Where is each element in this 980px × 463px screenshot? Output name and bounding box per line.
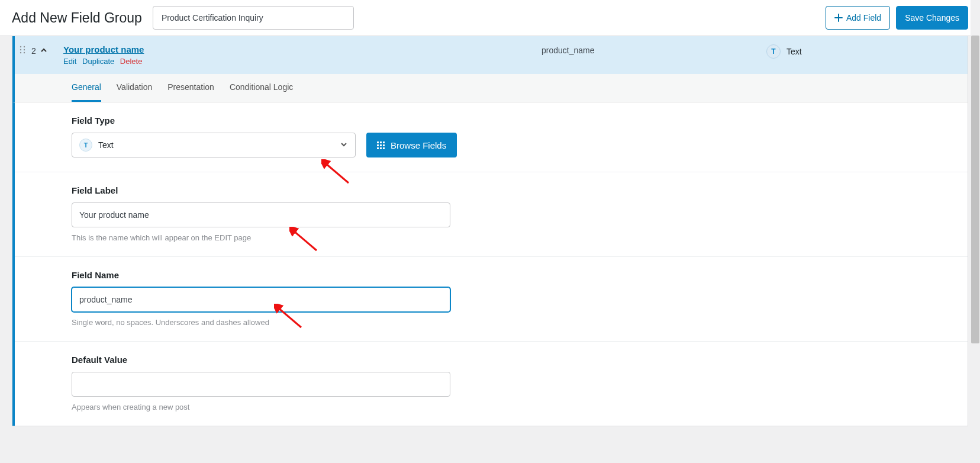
default-value-heading: Default Value [72, 355, 911, 365]
duplicate-link[interactable]: Duplicate [82, 57, 114, 66]
delete-link[interactable]: Delete [120, 57, 143, 66]
tab-conditional-logic[interactable]: Conditional Logic [230, 74, 293, 102]
field-label-link[interactable]: Your product name [63, 44, 144, 54]
svg-point-5 [24, 52, 25, 53]
add-field-button[interactable]: Add Field [826, 6, 890, 30]
plus-icon [834, 14, 843, 22]
svg-point-1 [24, 46, 25, 47]
page-title: Add New Field Group [12, 10, 142, 26]
text-type-icon: T [79, 139, 92, 152]
save-changes-button[interactable]: Save Changes [896, 6, 968, 30]
svg-point-2 [20, 49, 21, 50]
text-type-icon: T [766, 44, 781, 59]
tab-general[interactable]: General [72, 74, 101, 102]
default-value-input[interactable] [72, 372, 450, 397]
chevron-up-icon [40, 46, 48, 54]
svg-point-0 [20, 46, 21, 47]
field-settings-tabs: General Validation Presentation Conditio… [12, 74, 968, 102]
browse-fields-label: Browse Fields [391, 140, 446, 150]
add-field-label: Add Field [846, 13, 881, 22]
chevron-down-icon [340, 140, 348, 150]
field-type-display: Text [786, 47, 802, 56]
tab-validation[interactable]: Validation [117, 74, 152, 102]
field-group-title-input[interactable] [153, 6, 354, 30]
collapse-toggle[interactable] [40, 46, 48, 56]
svg-point-4 [20, 52, 21, 53]
field-order-number: 2 [31, 46, 36, 56]
save-changes-label: Save Changes [905, 13, 959, 22]
browse-fields-button[interactable]: Browse Fields [366, 133, 457, 157]
vertical-scrollbar[interactable] [971, 0, 980, 426]
field-label-help: This is the name which will appear on th… [72, 233, 911, 242]
field-name-heading: Field Name [72, 270, 911, 280]
scrollbar-thumb[interactable] [971, 36, 979, 343]
field-type-select[interactable]: T Text [72, 133, 356, 157]
tab-presentation[interactable]: Presentation [167, 74, 214, 102]
field-name-input[interactable] [72, 287, 450, 312]
field-type-label: Field Type [72, 115, 911, 126]
field-row: 2 Your product name Edit Duplicate Delet… [12, 36, 968, 74]
default-value-help: Appears when creating a new post [72, 403, 911, 411]
edit-link[interactable]: Edit [63, 57, 76, 66]
field-label-heading: Field Label [72, 185, 911, 195]
svg-point-3 [24, 49, 25, 50]
field-type-value: Text [98, 140, 114, 150]
grid-icon [377, 142, 385, 149]
field-name-display: product_name [541, 44, 766, 55]
field-label-input[interactable] [72, 202, 450, 227]
drag-handle-icon[interactable] [20, 46, 25, 56]
field-name-help: Single word, no spaces. Underscores and … [72, 318, 911, 327]
row-actions: Edit Duplicate Delete [63, 57, 541, 66]
